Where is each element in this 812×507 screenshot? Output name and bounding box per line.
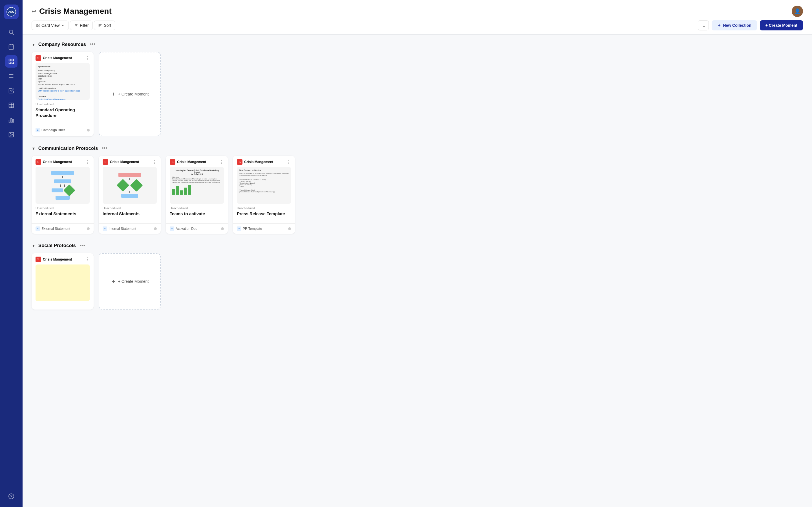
sort-button[interactable]: Sort (94, 20, 115, 30)
card-view-label: Card View (42, 23, 59, 27)
card-title-1: Standard Operating Procedure (36, 107, 90, 118)
cards-grid-comm: S Crisis Mangement ⋮ (32, 156, 803, 234)
card-thumbnail-1: Sponsorship: Booth #428 (10/10) Brand St… (36, 63, 90, 100)
card-social-1: S Crisis Mangement ⋮ (32, 253, 94, 309)
sidebar-icon-chart[interactable] (5, 114, 17, 126)
section-communication-protocols: ▼ Communication Protocols ••• S Crisis M… (32, 145, 803, 234)
card-view-button[interactable]: Card View (32, 20, 69, 30)
section-social-protocols: ▼ Social Protocols ••• S Crisis Mangemen… (32, 243, 803, 309)
card-more-teams[interactable]: ⋮ (219, 159, 224, 165)
section-title-social: Social Protocols (38, 243, 76, 248)
section-more-social[interactable]: ••• (80, 243, 85, 249)
svg-rect-9 (9, 62, 11, 64)
card-press-release: S Crisis Mangement ⋮ New Product or Serv… (233, 156, 295, 234)
main-area: ↩ Crisis Management 👤 Card View Filter S… (22, 0, 812, 507)
card-thumbnail-ext (36, 167, 90, 204)
sidebar-icon-calendar[interactable] (5, 41, 17, 53)
card-source-ext: S Crisis Mangement (36, 159, 72, 165)
svg-rect-8 (12, 59, 13, 61)
section-chevron-social[interactable]: ▼ (32, 243, 36, 248)
svg-rect-19 (11, 119, 12, 122)
card-thumbnail-social1 (36, 265, 90, 301)
card-tag-1: ≡ Campaign Brief (36, 128, 65, 132)
card-teams-activate: S Crisis Mangement ⋮ Leamington Flower O… (166, 156, 228, 234)
svg-rect-18 (9, 120, 10, 122)
card-internal-statements: S Crisis Mangement ⋮ (99, 156, 161, 234)
svg-rect-7 (9, 59, 11, 61)
card-schedule-1: Unscheduled (36, 103, 90, 106)
card-more-ext[interactable]: ⋮ (85, 159, 90, 165)
section-title-company: Company Resources (38, 42, 86, 47)
new-collection-button[interactable]: New Collection (712, 20, 757, 31)
filter-button[interactable]: Filter (70, 20, 93, 30)
card-tag-icon-1: ≡ (36, 128, 40, 132)
sidebar-icon-table[interactable] (5, 99, 17, 112)
page-header: ↩ Crisis Management 👤 Card View Filter S… (22, 0, 812, 35)
sort-label: Sort (104, 23, 111, 27)
section-more-comm[interactable]: ••• (102, 145, 107, 151)
content-area: ▼ Company Resources ••• S Crisis Mangeme… (22, 35, 812, 507)
cards-grid-company: S Crisis Mangement ⋮ Sponsorship: Booth … (32, 52, 803, 136)
sidebar-icon-image[interactable] (5, 128, 17, 141)
svg-rect-27 (36, 25, 38, 27)
filter-label: Filter (80, 23, 89, 27)
card-status-1 (87, 129, 90, 131)
svg-rect-28 (38, 25, 39, 27)
sidebar-icon-grid[interactable] (5, 55, 17, 68)
card-standard-operating: S Crisis Mangement ⋮ Sponsorship: Booth … (32, 52, 94, 136)
more-options-button[interactable]: ... (698, 20, 709, 31)
svg-point-22 (10, 133, 11, 134)
create-moment-card-social[interactable]: + Create Moment (99, 253, 161, 309)
card-more-social1[interactable]: ⋮ (85, 257, 90, 262)
section-more-company[interactable]: ••• (90, 41, 95, 47)
source-icon-1: S (36, 55, 41, 61)
header-left-actions: Card View Filter Sort (32, 20, 115, 30)
section-title-comm: Communication Protocols (38, 146, 98, 151)
svg-rect-26 (38, 24, 39, 25)
sidebar-icon-search[interactable] (5, 26, 17, 38)
thumb-doc-1: Sponsorship: Booth #428 (10/10) Brand St… (36, 63, 90, 100)
app-logo[interactable] (4, 4, 18, 19)
svg-rect-20 (13, 119, 14, 122)
sidebar-icon-help[interactable] (5, 490, 17, 503)
svg-rect-3 (9, 45, 14, 50)
create-moment-button[interactable]: + Create Moment (760, 20, 803, 31)
svg-point-1 (9, 30, 13, 34)
svg-rect-10 (12, 62, 13, 64)
svg-line-2 (12, 33, 14, 35)
cards-grid-social: S Crisis Mangement ⋮ + Create Moment (32, 253, 803, 309)
card-more-pr[interactable]: ⋮ (287, 159, 291, 165)
back-button[interactable]: ↩ (32, 8, 36, 15)
card-external-statements: S Crisis Mangement ⋮ (32, 156, 94, 234)
section-company-resources: ▼ Company Resources ••• S Crisis Mangeme… (32, 41, 803, 136)
svg-rect-25 (36, 24, 38, 25)
section-chevron-comm[interactable]: ▼ (32, 146, 36, 151)
page-title: Crisis Management (39, 7, 112, 16)
sidebar-icon-checklist[interactable] (5, 84, 17, 97)
card-source-1: S Crisis Mangement (36, 55, 72, 61)
card-more-1[interactable]: ⋮ (85, 55, 90, 61)
user-avatar[interactable]: 👤 (792, 6, 803, 17)
create-moment-card-company[interactable]: + Create Moment (99, 52, 161, 136)
header-right-actions: ... New Collection + Create Moment (698, 20, 803, 31)
card-thumbnail-pr: New Product or Service Use this template… (237, 167, 291, 204)
thumb-flow-ext (36, 167, 90, 204)
card-more-int[interactable]: ⋮ (152, 159, 157, 165)
section-chevron-company[interactable]: ▼ (32, 42, 36, 47)
sidebar-icon-list[interactable] (5, 70, 17, 82)
sidebar (0, 0, 22, 507)
card-thumbnail-int (103, 167, 157, 204)
card-thumbnail-teams: Leamington Flower Outlet Facebook Market… (170, 167, 224, 204)
